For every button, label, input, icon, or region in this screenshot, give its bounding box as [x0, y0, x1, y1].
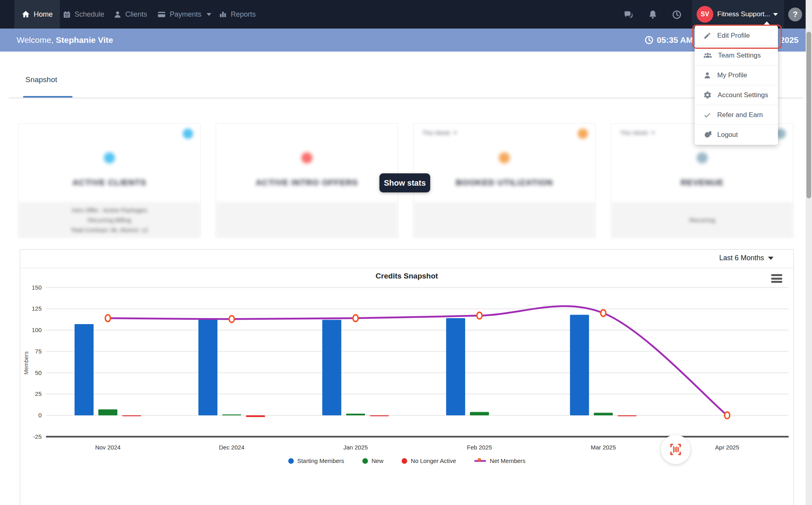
scrollbar-thumb[interactable] [806, 32, 811, 198]
tab-snapshot[interactable]: Snapshot [25, 75, 57, 84]
stat-footer-line: Total Contract: #k, Alumni: 12 [71, 225, 148, 235]
legend-dot [288, 458, 294, 464]
legend-item-new[interactable]: New [362, 457, 383, 464]
svg-text:Mar 2025: Mar 2025 [591, 444, 616, 451]
nav-item-payments[interactable]: Payments [150, 0, 218, 29]
menu-item-my-profile[interactable]: My Profile [695, 65, 778, 85]
legend-label: New [372, 457, 383, 464]
date-range-label: Last 6 Months [719, 254, 764, 262]
stat-card-body: ACTIVE INTRO OFFERS [216, 124, 398, 202]
svg-text:Members: Members [23, 351, 29, 374]
profile-dropdown-menu: Edit Profile Team Settings My Profile Ac… [695, 26, 778, 145]
nav-item-label: Home [34, 10, 53, 19]
time-value: 05:35 AM [657, 35, 693, 45]
chevron-down-icon [207, 13, 211, 16]
svg-text:150: 150 [32, 284, 42, 291]
dashboard-screen: Home Schedule Clients Payments Reports [0, 0, 812, 505]
chevron-down-icon [453, 132, 457, 134]
nav-item-label: Payments [170, 10, 201, 19]
svg-text:Dec 2024: Dec 2024 [219, 444, 244, 451]
donut-chart-icon [104, 152, 115, 163]
menu-item-refer-and-earn[interactable]: Refer and Earn [695, 105, 778, 125]
legend-item-starting-members[interactable]: Starting Members [288, 457, 344, 464]
menu-item-account-settings[interactable]: Account Settings [695, 85, 778, 105]
chevron-down-icon [651, 132, 655, 134]
nav-item-schedule[interactable]: Schedule [56, 0, 111, 29]
svg-text:Nov 2024: Nov 2024 [95, 444, 121, 451]
chart-card-header: Last 6 Months [20, 250, 793, 268]
stat-card-active-intro-offers: ACTIVE INTRO OFFERS [216, 123, 398, 237]
time-clock-button[interactable] [672, 10, 682, 21]
legend-item-net-members[interactable]: Net Members [474, 457, 525, 464]
dropdown-arrow [763, 21, 771, 26]
bar-chart-icon [218, 10, 227, 19]
show-stats-button[interactable]: Show stats [379, 173, 430, 192]
line-marker-icon [474, 458, 486, 464]
tab-bar: Snapshot [9, 60, 803, 98]
menu-item-label: Team Settings [718, 52, 761, 60]
nav-item-label: Reports [231, 10, 256, 19]
stat-card-footer: Intro Offer : Active Packages Recurring … [19, 202, 200, 238]
stat-card-body: ACTIVE CLIENTS [19, 124, 200, 202]
welcome-prefix: Welcome, [17, 35, 56, 44]
notifications-button[interactable] [648, 10, 658, 21]
svg-text:Apr 2025: Apr 2025 [715, 444, 739, 451]
legend-label: No Longer Active [411, 457, 456, 464]
svg-text:25: 25 [35, 390, 42, 397]
current-date: 2025 [780, 35, 799, 45]
calendar-icon [63, 10, 71, 19]
stat-card-footer [414, 202, 595, 238]
svg-text:50: 50 [35, 369, 42, 376]
svg-text:75: 75 [35, 348, 42, 355]
avatar: SV [697, 6, 713, 23]
donut-chart-icon [301, 152, 312, 163]
nav-item-home[interactable]: Home [14, 0, 60, 29]
legend-dot [362, 458, 368, 464]
clock-icon [672, 10, 682, 20]
barcode-scan-icon [668, 442, 684, 457]
menu-item-logout[interactable]: Logout [695, 125, 778, 145]
legend-label: Starting Members [297, 457, 344, 464]
chat-icon [623, 10, 634, 20]
credits-snapshot-card: Last 6 Months Credits Snapshot -25025507… [20, 249, 794, 505]
credit-card-icon [157, 10, 166, 19]
date-range-select[interactable]: Last 6 Months [719, 254, 774, 262]
stat-footer-line: Recurring Billing [88, 215, 131, 225]
menu-item-edit-profile[interactable]: Edit Profile [695, 26, 778, 46]
stat-card-active-clients: ACTIVE CLIENTS Intro Offer : Active Pack… [18, 123, 201, 237]
legend-item-no-longer-active[interactable]: No Longer Active [402, 457, 456, 464]
donut-chart-icon [697, 152, 708, 163]
welcome-user-name: Stephanie Vite [56, 35, 113, 44]
pencil-icon [703, 32, 711, 40]
person-icon [113, 10, 122, 19]
stat-card-title: ACTIVE INTRO OFFERS [216, 178, 398, 187]
stat-footer-line: Intro Offer : Active Packages [72, 205, 147, 215]
stat-card-booked-utilization: This Week BOOKED UTILIZATION [413, 123, 596, 237]
menu-item-label: My Profile [717, 71, 747, 79]
help-button[interactable]: ? [788, 8, 802, 21]
period-select[interactable]: This Week [620, 129, 655, 136]
menu-item-team-settings[interactable]: Team Settings [695, 46, 778, 65]
nav-item-label: Clients [125, 10, 147, 19]
scan-watermark-badge[interactable] [661, 435, 690, 464]
svg-text:125: 125 [32, 305, 42, 312]
nav-item-clients[interactable]: Clients [106, 0, 154, 29]
period-select[interactable]: This Week [422, 129, 457, 136]
active-tab-underline [23, 96, 73, 98]
credits-snapshot-chart: -250255075100125150MembersNov 2024Dec 20… [20, 269, 793, 457]
top-nav: Home Schedule Clients Payments Reports [0, 0, 812, 29]
legend-label: Net Members [490, 457, 525, 464]
welcome-message: Welcome, Stephanie Vite [17, 35, 113, 45]
chevron-down-icon [773, 13, 778, 16]
gear-icon [703, 91, 712, 99]
menu-item-label: Logout [717, 131, 738, 139]
help-label: ? [793, 10, 797, 19]
welcome-bar: Welcome, Stephanie Vite 05:35 AM 2025 [0, 29, 812, 52]
svg-text:-25: -25 [33, 433, 42, 440]
page-scrollbar[interactable] [806, 0, 812, 505]
nav-item-reports[interactable]: Reports [211, 0, 263, 29]
svg-text:Feb 2025: Feb 2025 [467, 444, 492, 451]
chat-button[interactable] [623, 10, 634, 22]
current-time: 05:35 AM [644, 35, 693, 45]
loading-spinner-icon [183, 129, 193, 139]
